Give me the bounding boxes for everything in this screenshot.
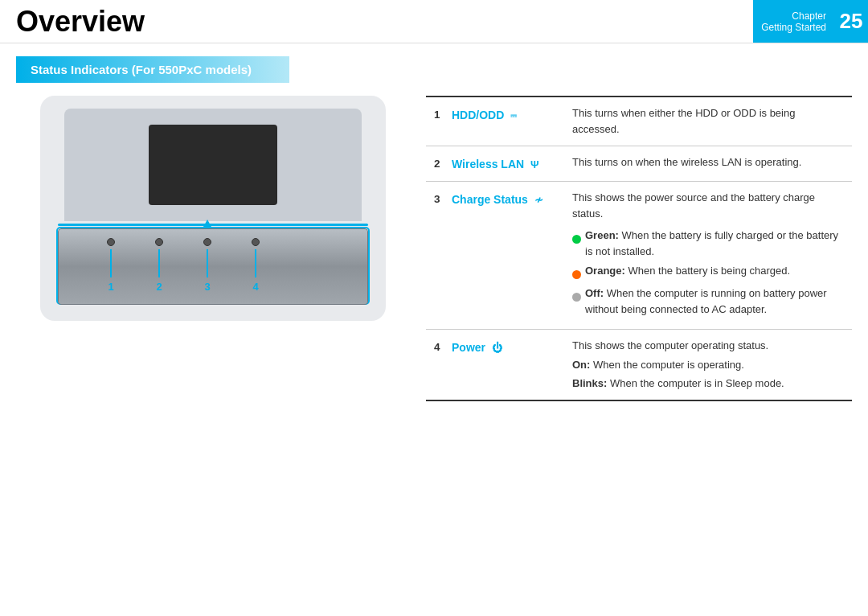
charge-off-text: Off: When the computer is running on bat…	[585, 285, 844, 318]
charge-bullet-orange: Orange: When the battery is being charge…	[572, 263, 844, 282]
led-dot-3	[203, 238, 211, 246]
led-num-3: 3	[204, 281, 210, 293]
chapter-info: Chapter Getting Started	[753, 0, 834, 43]
led-4: 4	[252, 238, 260, 293]
row-num-2: 2	[426, 146, 444, 182]
led-dot-1	[107, 238, 115, 246]
table-row-power: 4 Power ⏻ This shows the computer operat…	[426, 330, 852, 400]
laptop-base: 1 2 3 4	[58, 228, 368, 305]
page-header: Overview Chapter Getting Started 25	[0, 0, 868, 43]
charge-bullet-green: Green: When the battery is fully charged…	[572, 228, 844, 260]
power-on-text: On: When the computer is operating.	[572, 357, 844, 373]
led-3: 3	[203, 238, 211, 293]
charge-green-text: Green: When the battery is fully charged…	[585, 228, 844, 260]
row-desc-2: This turns on when the wireless LAN is o…	[564, 146, 852, 182]
row-label-2: Wireless LAN Ψ	[444, 146, 564, 182]
section-title: Status Indicators (For 550PxC models)	[16, 56, 289, 83]
chapter-label: Chapter	[792, 10, 826, 22]
led-2: 2	[155, 238, 163, 293]
table-row-charge: 3 Charge Status ≁ This shows the power s…	[426, 182, 852, 330]
led-line-1	[110, 249, 112, 277]
row-label-1: HDD/ODD ⎓	[444, 97, 564, 146]
power-desc-plain: This shows the computer operating status…	[572, 338, 844, 354]
table-row-wlan: 2 Wireless LAN Ψ This turns on when the …	[426, 146, 852, 182]
charge-icon: ≁	[534, 194, 543, 206]
led-num-1: 1	[108, 281, 113, 293]
base-highlight-line	[58, 224, 368, 226]
row-label-4: Power ⏻	[444, 330, 564, 400]
row-desc-4: This shows the computer operating status…	[564, 330, 852, 400]
device-illustration: 1 2 3 4	[40, 96, 386, 321]
status-table: 1 HDD/ODD ⎓ This turns when either the H…	[426, 96, 852, 401]
chapter-sub: Getting Started	[761, 22, 826, 33]
led-num-2: 2	[156, 281, 162, 293]
power-icon: ⏻	[492, 342, 502, 354]
charge-desc-plain: This shows the power source and the batt…	[572, 190, 844, 222]
led-indicators: 1 2 3 4	[107, 238, 260, 293]
led-line-2	[158, 249, 160, 277]
row-label-3: Charge Status ≁	[444, 182, 564, 330]
indicators-table: 1 HDD/ODD ⎓ This turns when either the H…	[426, 97, 852, 400]
led-1: 1	[107, 238, 115, 293]
power-blinks-text: Blinks: When the computer is in Sleep mo…	[572, 376, 844, 392]
orange-dot-icon	[572, 266, 585, 282]
hdd-icon: ⎓	[510, 109, 517, 121]
laptop-lid	[64, 109, 362, 221]
led-line-4	[255, 249, 256, 277]
led-line-3	[207, 249, 208, 277]
green-dot-icon	[572, 231, 585, 247]
gray-dot-icon	[572, 289, 585, 305]
page-title: Overview	[16, 0, 753, 43]
charge-bullet-off: Off: When the computer is running on bat…	[572, 285, 844, 318]
charge-orange-text: Orange: When the battery is being charge…	[585, 263, 790, 279]
device-image-area: 1 2 3 4	[16, 96, 410, 401]
table-row-hdd: 1 HDD/ODD ⎓ This turns when either the H…	[426, 97, 852, 146]
wlan-icon: Ψ	[530, 158, 539, 170]
laptop-screen	[149, 125, 277, 205]
led-dot-2	[155, 238, 163, 246]
led-dot-4	[252, 238, 260, 246]
row-num-1: 1	[426, 97, 444, 146]
led-num-4: 4	[252, 281, 258, 293]
chapter-number: 25	[834, 0, 868, 43]
row-num-3: 3	[426, 182, 444, 330]
main-content: 1 2 3 4	[0, 96, 868, 401]
row-num-4: 4	[426, 330, 444, 400]
row-desc-1: This turns when either the HDD or ODD is…	[564, 97, 852, 146]
row-desc-3: This shows the power source and the batt…	[564, 182, 852, 330]
chapter-info-block: Chapter Getting Started 25	[753, 0, 868, 43]
